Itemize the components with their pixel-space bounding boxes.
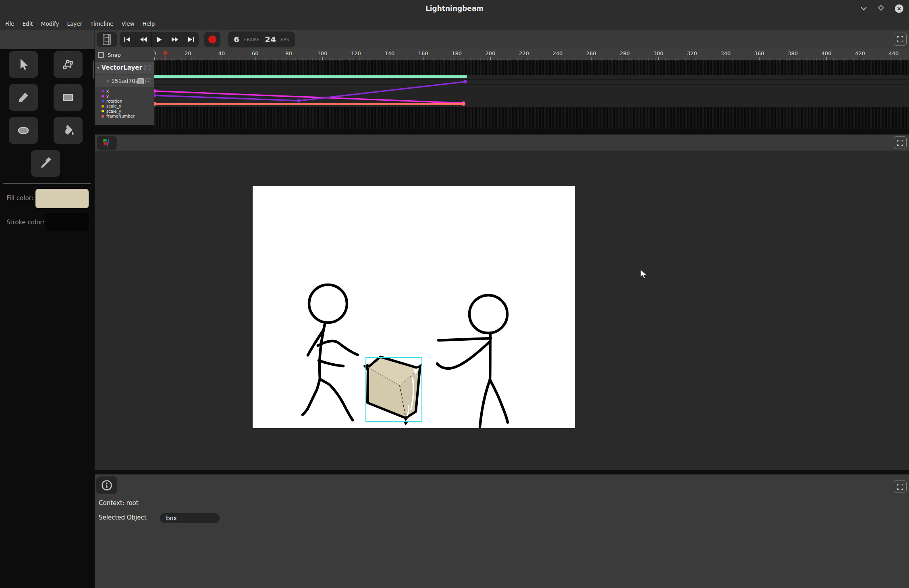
expand-icon: [897, 36, 903, 42]
sidebar-divider: [3, 183, 91, 184]
keyframe-dot[interactable]: [297, 99, 301, 103]
ruler-major-tick: [490, 57, 491, 60]
record-icon: [208, 35, 216, 43]
menu-item-file[interactable]: File: [4, 19, 16, 28]
ruler-label: 180: [452, 50, 462, 56]
playhead[interactable]: [165, 50, 168, 60]
ruler-label: 20: [185, 50, 191, 56]
ruler-major-tick: [222, 57, 222, 60]
snap-checkbox[interactable]: [98, 52, 104, 58]
ruler-label: 80: [285, 50, 292, 56]
canvas-area[interactable]: [95, 151, 909, 470]
ellipse-tool-button[interactable]: [9, 117, 38, 144]
menu-item-timeline[interactable]: Timeline: [89, 19, 115, 28]
menu-item-edit[interactable]: Edit: [21, 19, 35, 28]
rectangle-tool-button[interactable]: [54, 84, 83, 111]
property-name: scale_y: [106, 109, 121, 114]
ruler-label: 260: [586, 50, 596, 56]
stroke-color-swatch[interactable]: [46, 213, 89, 231]
ruler-label: 60: [252, 50, 259, 56]
timeline-ruler[interactable]: 0204060801001201401601802002202402602803…: [95, 49, 909, 60]
ruler-major-tick: [154, 57, 155, 60]
keyframe-dot[interactable]: [463, 80, 467, 84]
stick-figure-right[interactable]: [437, 295, 508, 427]
menu-item-view[interactable]: View: [120, 19, 136, 28]
timeline-expand-button[interactable]: [894, 33, 907, 46]
info-button[interactable]: [96, 476, 117, 494]
ruler-label: 40: [218, 50, 225, 56]
property-row-rotation[interactable]: rotation: [95, 99, 154, 104]
property-row-x[interactable]: x: [95, 89, 154, 94]
timeline-object-row[interactable]: ▾ 151ad70a... ~: [95, 75, 154, 87]
ruler-major-tick: [793, 57, 793, 60]
playhead-arrow-icon: [162, 50, 168, 54]
ruler-label: 440: [888, 50, 899, 56]
close-icon[interactable]: [895, 4, 903, 13]
sidebar-scrollbar[interactable]: [93, 60, 94, 79]
layer-span-bar[interactable]: [154, 75, 467, 78]
minimize-icon[interactable]: [860, 5, 867, 12]
menu-item-layer[interactable]: Layer: [65, 19, 84, 28]
ruler-major-tick: [524, 57, 524, 60]
playback-controls: [120, 32, 199, 47]
curve-x[interactable]: [154, 82, 465, 101]
fill-color-swatch[interactable]: [35, 189, 89, 208]
tools-sidebar: Fill color: Stroke color:: [0, 30, 94, 588]
keyframe-dot[interactable]: [154, 89, 156, 93]
animation-stage[interactable]: [253, 186, 575, 428]
object-collapse-icon[interactable]: ▾: [107, 79, 109, 83]
menu-bar: FileEditModifyLayerTimelineViewHelp: [0, 17, 909, 30]
timeline-tracks[interactable]: [154, 60, 909, 129]
fast-forward-button[interactable]: [167, 32, 183, 47]
menu-item-modify[interactable]: Modify: [39, 19, 61, 28]
ruler-label: 200: [486, 50, 496, 56]
film-strip-button[interactable]: [97, 32, 117, 47]
window-controls: [860, 0, 903, 17]
fill-color-label: Fill color:: [6, 195, 33, 202]
select-arrow-icon: [17, 58, 30, 71]
property-row-y[interactable]: y: [95, 94, 154, 99]
stick-figure-left[interactable]: [303, 285, 358, 420]
keyframe-marker[interactable]: [154, 102, 156, 106]
skip-start-button[interactable]: [120, 32, 135, 47]
layer-row[interactable]: ▾ VectorLayer [L]: [95, 61, 154, 74]
ruler-label: 420: [855, 50, 865, 56]
node-path-tool-button[interactable]: [54, 51, 83, 78]
property-color-dot: [102, 100, 104, 102]
pencil-tool-button[interactable]: [9, 84, 38, 111]
object-visibility-button[interactable]: [137, 78, 144, 84]
play-button[interactable]: [151, 32, 167, 47]
skip-end-button[interactable]: [183, 32, 199, 47]
paint-bucket-tool-button[interactable]: [54, 117, 83, 144]
canvas-logo-button[interactable]: [97, 136, 117, 150]
ruler-major-tick: [289, 57, 289, 60]
inspector-panel: Context: root Selected Object box: [95, 474, 909, 588]
select-tool-button[interactable]: [9, 51, 38, 78]
selected-object-label: Selected Object: [99, 514, 147, 521]
keyframe-dot[interactable]: [462, 102, 465, 106]
property-row-frameNumber[interactable]: frameNumber: [95, 114, 154, 119]
property-row-scale_y[interactable]: scale_y: [95, 109, 154, 114]
corner-arrow-icon: [403, 422, 408, 425]
layer-collapse-icon[interactable]: ▾: [97, 65, 100, 70]
frame-unit-label: FRAME: [244, 37, 260, 42]
ruler-major-tick: [759, 57, 760, 60]
mouse-cursor: [640, 269, 649, 281]
keyframe-dot[interactable]: [154, 94, 156, 97]
box-object[interactable]: [363, 357, 422, 425]
menu-item-help[interactable]: Help: [141, 19, 157, 28]
selected-object-value[interactable]: box: [160, 513, 220, 523]
record-button[interactable]: [204, 32, 220, 47]
canvas-expand-button[interactable]: [894, 136, 907, 149]
ruler-major-tick: [658, 57, 659, 60]
skip-end-icon: [187, 37, 195, 42]
rewind-button[interactable]: [135, 32, 151, 47]
object-tilde-button[interactable]: ~: [145, 79, 151, 84]
property-row-scale_x[interactable]: scale_x: [95, 104, 154, 109]
eyedropper-tool-button[interactable]: [31, 150, 60, 177]
fast-forward-icon: [171, 37, 178, 42]
playhead-stem: [165, 54, 166, 60]
expand-icon: [897, 140, 903, 146]
inspector-expand-button[interactable]: [894, 480, 907, 493]
maximize-icon[interactable]: [878, 4, 884, 13]
